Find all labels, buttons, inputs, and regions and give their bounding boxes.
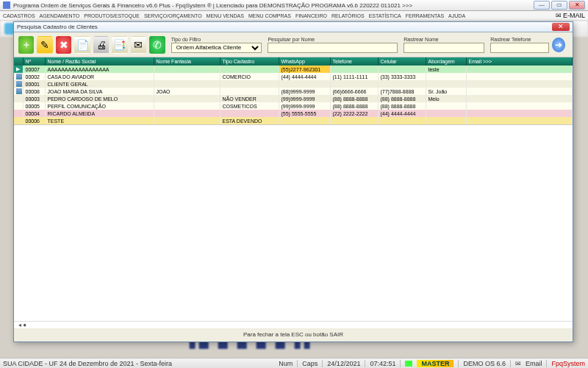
row-marker [14,73,23,80]
col-tipo[interactable]: Tipo Cadastro [220,57,279,66]
print-button[interactable]: 🖨 [93,36,109,54]
menu-vendas[interactable]: MENU VENDAS [207,13,244,18]
col-whatsapp[interactable]: WhatsApp [279,57,330,66]
status-master: MASTER [417,360,453,367]
menu-financeiro[interactable]: FINANCEIRO [295,13,327,18]
cell-fantasia [154,95,220,102]
export-button[interactable]: 📑 [112,36,127,54]
cell-celular [378,80,426,88]
minimize-button[interactable]: — [534,1,550,10]
cell-fantasia [154,80,220,88]
table-row[interactable]: ▶ 00007 AAAAAAAAAAAAAAAAAA (55)2277-9623… [14,66,573,73]
envelope-icon: ✉ [515,360,521,367]
track-phone-input[interactable] [490,43,549,53]
cell-whatsapp: (99)9999-9999 [279,95,330,102]
status-activity-icon [405,361,412,367]
col-nome[interactable]: Nome / Razão Social [45,57,154,66]
cell-tipo [220,66,279,73]
table-row[interactable]: 00002 CASA DO AVIADOR COMERCIO (44) 4444… [14,73,573,80]
menu-relatorios[interactable]: RELATÓRIOS [331,13,365,18]
mail-button[interactable]: ✉ [131,36,146,54]
menu-compras[interactable]: MENU COMPRAS [248,13,291,18]
cell-telefone [330,80,378,88]
table-row[interactable]: 00001 CLIENTE GERAL [14,80,573,88]
cell-fantasia [154,102,220,110]
cell-whatsapp [279,117,330,124]
dialog-hint: Para fechar a tela ESC ou botão SAIR [14,328,573,342]
dialog-close-button[interactable]: ✕ [552,23,570,31]
col-fantasia[interactable]: Nome Fantasia [154,57,220,66]
row-marker [14,102,23,110]
cell-num: 00006 [23,117,45,124]
cell-nome: CASA DO AVIADOR [45,73,154,80]
menu-cadastros[interactable]: CADASTROS [3,13,35,18]
table-row[interactable]: 00005 PERFIL COMUNICAÇÃO COSMETICOS (99)… [14,102,573,110]
cell-celular: (88) 8888-8888 [378,102,426,110]
cell-email [466,110,573,117]
cell-num: 00003 [23,95,45,102]
whatsapp-button[interactable]: ✆ [149,36,165,54]
menu-ferramentas[interactable]: FERRAMENTAS [406,13,444,18]
search-name-input[interactable] [268,43,398,53]
cell-fantasia [154,73,220,80]
cell-abordagem: teste [426,66,466,73]
menu-ajuda[interactable]: AJUDA [448,13,465,18]
filter-type-select[interactable]: Ordem Alfabetica Cliente [171,43,262,53]
col-num[interactable]: Nº [23,57,45,66]
cell-email [466,95,573,102]
cell-celular: (88) 8888-8888 [378,95,426,102]
menu-produtos[interactable]: PRODUTOS/ESTOQUE [84,13,140,18]
row-marker [14,117,23,124]
report-button[interactable]: 📄 [74,36,90,54]
cell-num: 00005 [23,102,45,110]
cell-nome: PEDRO CARDOSO DE MELO [45,95,154,102]
grid-scroll-indicator[interactable]: ◂ ● [14,321,573,328]
cell-fantasia [154,110,220,117]
grid-empty-area [14,125,573,321]
search-go-button[interactable]: ➔ [552,38,565,52]
cell-abordagem: Sr. João [426,88,466,95]
maximize-button[interactable]: ▭ [551,1,567,10]
cell-tipo: ESTA DEVENDO [220,117,279,124]
cell-nome: RICARDO ALMEIDA [45,110,154,117]
row-marker [14,80,23,88]
row-marker [14,110,23,117]
results-grid[interactable]: Nº Nome / Razão Social Nome Fantasia Tip… [14,57,573,125]
app-titlebar: Programa Ordem de Serviços Gerais & Fina… [0,0,588,11]
status-time: 07:42:51 [370,360,395,367]
table-row[interactable]: 00006 TESTE ESTA DEVENDO [14,117,573,124]
table-row[interactable]: 00008 JOAO MARIA DA SILVA JOAO (88)9999-… [14,88,573,95]
col-celular[interactable]: Celular [378,57,426,66]
row-marker: ▶ [14,66,23,73]
close-button[interactable]: ✕ [569,1,585,10]
cell-fantasia [154,66,220,73]
status-demo: DEMO OS 6.6 [463,360,506,367]
track-name-input[interactable] [404,43,484,53]
status-city: SUA CIDADE - UF 24 de Dezembro de 2021 -… [3,360,172,367]
status-email[interactable]: Email [526,360,542,367]
menu-servico[interactable]: SERVIÇO/ORÇAMENTO [144,13,202,18]
col-telefone[interactable]: Telefone [330,57,378,66]
cell-telefone [330,66,378,73]
cell-email [466,80,573,88]
table-row[interactable]: 00004 RICARDO ALMEIDA (55) 5555-5555 (22… [14,110,573,117]
menu-agendamento[interactable]: AGENDAMENTO [40,13,80,18]
col-abordagem[interactable]: Abordagem [426,57,466,66]
menu-estatistica[interactable]: ESTATÍSTICA [369,13,401,18]
cell-nome: TESTE [45,117,154,124]
cell-fantasia [154,117,220,124]
filter-type-label: Tipo do Filtro [171,37,262,42]
menu-email[interactable]: ✉ E-MAIL [556,12,585,19]
cell-telefone [330,117,378,124]
app-title: Programa Ordem de Serviços Gerais & Fina… [13,2,532,9]
edit-button[interactable]: ✎ [37,36,52,54]
table-row[interactable]: 00003 PEDRO CARDOSO DE MELO NÃO VENDER (… [14,95,573,102]
dialog-title: Pesquisa Cadastro de Clientes [17,24,552,30]
delete-button[interactable]: ✖ [56,36,71,54]
status-num: Num [279,360,293,367]
status-brand[interactable]: FpqSystem [551,360,585,367]
row-marker [14,95,23,102]
add-button[interactable]: ＋ [18,36,34,54]
col-email[interactable]: Email >>> [466,57,573,66]
cell-celular: (33) 3333-3333 [378,73,426,80]
